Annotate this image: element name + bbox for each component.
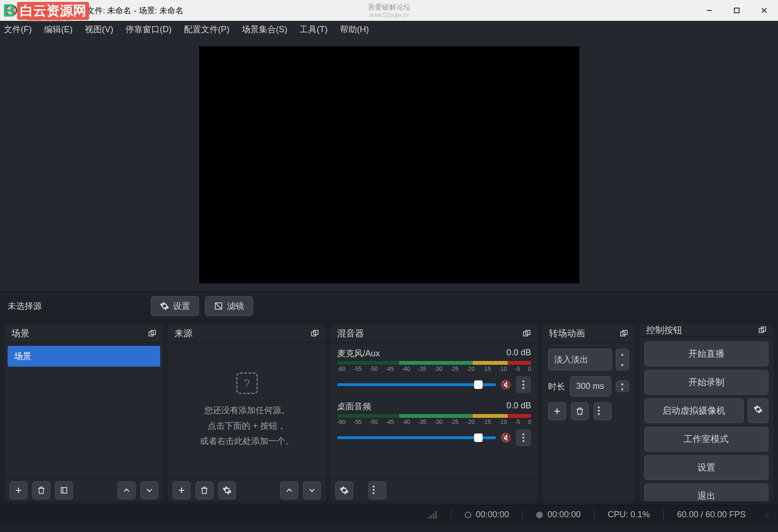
chevron-down-icon: ▾	[616, 387, 629, 392]
transition-select[interactable]: 淡入淡出	[548, 349, 612, 370]
svg-rect-11	[61, 487, 67, 493]
scene-up-button[interactable]	[118, 481, 136, 499]
start-streaming-button[interactable]: 开始直播	[644, 342, 769, 366]
svg-point-21	[522, 387, 524, 389]
start-virtualcam-button[interactable]: 启动虚拟摄像机	[644, 398, 744, 423]
trash-icon	[200, 486, 209, 495]
volume-slider[interactable]	[337, 436, 496, 439]
transition-spinner[interactable]: ▴▾	[616, 349, 629, 370]
popout-icon[interactable]	[148, 329, 156, 338]
duration-input[interactable]: 300 ms	[570, 376, 611, 397]
meter-scale: -60-55-50-45-40-35-30-25-20-15-10-50	[337, 419, 531, 425]
mixer-menu-button[interactable]	[368, 481, 386, 499]
virtualcam-settings-button[interactable]	[748, 398, 769, 423]
channel-menu-button[interactable]	[516, 376, 531, 393]
scene-down-button[interactable]	[140, 481, 158, 499]
channel-menu-button[interactable]	[516, 429, 531, 446]
mixer-settings-button[interactable]	[335, 481, 353, 499]
gear-icon	[222, 486, 232, 495]
channel-level: 0.0 dB	[506, 401, 531, 412]
mixer-header: 混音器	[330, 324, 538, 343]
network-indicator	[428, 511, 438, 519]
menu-dock[interactable]: 停靠窗口(D)	[126, 24, 172, 35]
mute-icon[interactable]: 🔇	[501, 379, 511, 390]
scene-filter-button[interactable]	[55, 481, 73, 499]
add-transition-button[interactable]	[548, 402, 566, 420]
source-up-button[interactable]	[280, 481, 298, 499]
mixer-channel-mic: 麦克风/Aux 0.0 dB -60-55-50-45-40-35-30-25-…	[330, 343, 538, 396]
remove-transition-button[interactable]	[571, 402, 589, 420]
plus-icon	[177, 486, 186, 495]
source-settings-button[interactable]: 设置	[151, 296, 199, 316]
source-properties-button[interactable]	[218, 481, 236, 499]
svg-point-25	[373, 486, 375, 487]
more-vertical-icon	[522, 433, 524, 442]
svg-rect-38	[430, 515, 432, 519]
channel-name: 麦克风/Aux	[337, 348, 380, 359]
close-button[interactable]	[751, 0, 778, 21]
start-recording-button[interactable]: 开始录制	[644, 370, 769, 395]
channel-name: 桌面音频	[337, 401, 371, 412]
svg-line-43	[768, 517, 769, 517]
menu-scene-collection[interactable]: 场景集合(S)	[242, 24, 287, 35]
add-source-button[interactable]	[173, 481, 191, 499]
svg-point-34	[598, 413, 600, 415]
menu-edit[interactable]: 编辑(E)	[44, 24, 73, 35]
scene-item[interactable]: 场景	[8, 346, 160, 367]
maximize-button[interactable]	[723, 0, 751, 21]
scenes-dock: 场景 场景	[5, 324, 163, 501]
minimize-button[interactable]	[696, 0, 723, 21]
chevron-up-icon	[284, 486, 294, 495]
transitions-dock: 转场动画 淡入淡出 ▴▾ 时长 300 ms ▴▾	[542, 324, 635, 501]
docks-row: 场景 场景 来源 ? 您还没有添加任何源。 点击下面的 + 按钮， 或者右击此处…	[0, 320, 778, 505]
popout-icon[interactable]	[620, 329, 628, 338]
studio-mode-button[interactable]: 工作室模式	[644, 427, 769, 451]
gear-icon	[160, 301, 169, 311]
popout-icon[interactable]	[758, 326, 767, 334]
chevron-up-icon	[122, 486, 131, 495]
source-toolbar: 未选择源 设置 滤镜	[0, 292, 778, 320]
channel-level: 0.0 dB	[506, 348, 531, 359]
remove-source-button[interactable]	[195, 481, 213, 499]
live-dot-icon	[465, 512, 471, 518]
remove-scene-button[interactable]	[32, 481, 50, 499]
sources-empty-state[interactable]: ? 您还没有添加任何源。 点击下面的 + 按钮， 或者右击此处添加一个。	[168, 343, 326, 478]
resize-grip-icon[interactable]	[763, 512, 769, 518]
preview-canvas[interactable]	[199, 46, 579, 283]
transition-menu-button[interactable]	[594, 402, 612, 420]
add-scene-button[interactable]	[9, 481, 27, 499]
popout-icon[interactable]	[311, 329, 319, 338]
plus-icon	[14, 486, 23, 495]
menu-tools[interactable]: 工具(T)	[300, 24, 328, 35]
scenes-header: 场景	[5, 324, 163, 343]
chevron-up-icon: ▴	[616, 349, 629, 360]
meter-bar	[337, 361, 531, 365]
menubar: 文件(F) 编辑(E) 视图(V) 停靠窗口(D) 配置文件(P) 场景集合(S…	[0, 21, 778, 38]
svg-point-22	[522, 433, 524, 435]
menu-view[interactable]: 视图(V)	[85, 24, 113, 35]
svg-point-24	[522, 440, 524, 442]
volume-slider[interactable]	[337, 383, 496, 386]
chevron-down-icon	[307, 486, 317, 495]
source-down-button[interactable]	[303, 481, 321, 499]
svg-point-20	[522, 384, 524, 386]
trash-icon	[575, 406, 585, 416]
duration-label: 时长	[548, 381, 565, 392]
source-filters-button[interactable]: 滤镜	[205, 296, 253, 316]
meter-bar	[337, 414, 531, 418]
mixer-channel-desktop: 桌面音频 0.0 dB -60-55-50-45-40-35-30-25-20-…	[330, 396, 538, 449]
menu-file[interactable]: 文件(F)	[4, 24, 32, 35]
settings-button[interactable]: 设置	[644, 455, 769, 480]
popout-icon[interactable]	[522, 329, 531, 338]
sources-dock: 来源 ? 您还没有添加任何源。 点击下面的 + 按钮， 或者右击此处添加一个。	[168, 324, 326, 501]
mute-icon[interactable]: 🔇	[501, 433, 511, 443]
menu-help[interactable]: 帮助(H)	[340, 24, 369, 35]
menu-profile[interactable]: 配置文件(P)	[184, 24, 229, 35]
more-vertical-icon	[598, 406, 607, 416]
filters-icon	[214, 301, 223, 311]
titlebar: OBS 30.0.0 - 配置文件: 未命名 - 场景: 未命名 吾爱破解论坛 …	[0, 0, 778, 21]
duration-spinner[interactable]: ▴▾	[616, 380, 629, 392]
rect-icon	[59, 486, 69, 495]
svg-line-41	[764, 513, 769, 517]
exit-button[interactable]: 退出	[644, 484, 769, 501]
